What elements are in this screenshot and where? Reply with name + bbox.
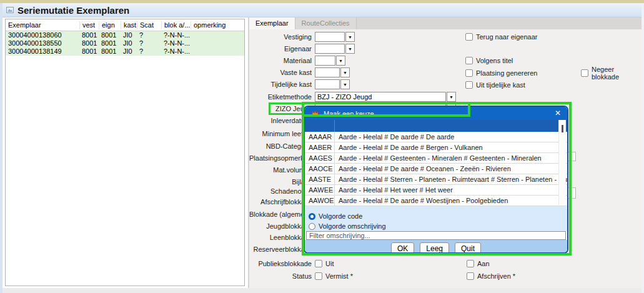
column-header-scat: Scat: [137, 21, 161, 29]
checkbox-uit-tijdelijke-kast[interactable]: Uit tijdelijke kast: [465, 80, 525, 90]
checkbox-negeer-blokkade[interactable]: Negeer blokkade: [581, 68, 642, 78]
dropdown-value: [315, 67, 340, 77]
dialog-list-item[interactable]: AAAARAarde - Heelal # De aarde # De aard…: [305, 132, 567, 142]
leeg-button[interactable]: Leeg: [420, 242, 449, 254]
item-description: Aarde - Heelal # Het weer # Het weer: [335, 185, 567, 195]
table-row[interactable]: 3000400013814980018001JI0??-N-N-...: [6, 47, 244, 56]
column-header-eign: eign: [99, 21, 121, 29]
checkbox-label: Aan: [477, 260, 490, 267]
dropdown-value: [315, 79, 340, 89]
checkbox-icon[interactable]: [467, 272, 474, 280]
dropdown-arrow-icon[interactable]: ▼: [340, 79, 350, 89]
dropdown-etiketmethode[interactable]: BZJ - ZIZO Jeugd▼: [315, 92, 456, 102]
scrollbar-thumb[interactable]: [562, 125, 563, 132]
field-label-vaste-kast: Vaste kast: [249, 67, 312, 77]
checkbox-icon[interactable]: [465, 69, 473, 77]
radio-icon[interactable]: [309, 223, 315, 230]
column-header-blok-a: blok a/...: [161, 21, 191, 29]
table-cell: 30004000138550: [6, 39, 79, 47]
field-label-minimum-leeft: Minimum leeft: [249, 129, 305, 139]
scrollbar[interactable]: [558, 120, 566, 205]
table-cell: 8001: [79, 39, 99, 47]
checkbox-label: Uit tijdelijke kast: [476, 81, 525, 89]
checkbox-terug-naar-eigenaar[interactable]: Terug naar eigenaar: [465, 32, 537, 42]
table-row[interactable]: 3000400013806080018001JI0??-N-N-...: [6, 31, 244, 39]
dialog-list-item[interactable]: AAOCEAarde - Heelal # De aarde # Oceanen…: [305, 164, 567, 174]
checkbox-icon[interactable]: [465, 57, 473, 64]
dropdown-vestiging[interactable]: ▼: [315, 32, 355, 42]
checkbox-label: Terug naar eigenaar: [476, 33, 537, 41]
radio-icon[interactable]: [309, 213, 315, 220]
dropdown-arrow-icon[interactable]: ▼: [336, 56, 345, 66]
table-cell: 8001: [99, 39, 121, 47]
checkbox-plaatsing-genereren[interactable]: Plaatsing genereren: [465, 68, 537, 78]
item-code: AAGES: [305, 153, 335, 163]
field-label-plaatsingsopmerki: Plaatsingsopmerki: [249, 153, 305, 163]
filter-input[interactable]: [306, 231, 566, 240]
table-cell: ?: [137, 39, 161, 47]
window-title: Seriemutatie Exemplaren: [17, 5, 129, 16]
covered-field-sliver: [567, 187, 576, 199]
dialog-list-header: [305, 120, 567, 132]
checkbox-label: Vermist *: [325, 272, 353, 280]
exemplaren-table[interactable]: ExemplaarvesteignkastScatblok a/...opmer…: [5, 19, 245, 286]
ok-button[interactable]: OK: [391, 242, 414, 254]
checkbox-icon[interactable]: [315, 260, 322, 267]
dropdown-value: [315, 44, 345, 54]
table-cell: [191, 47, 244, 56]
checkbox-label: Volgens titel: [476, 57, 513, 64]
dropdown-eigenaar[interactable]: ▼: [315, 44, 355, 54]
checkbox-volgens-titel[interactable]: Volgens titel: [465, 56, 513, 66]
dropdown-arrow-icon[interactable]: ▼: [345, 44, 355, 54]
checkbox-afschrijven[interactable]: Afschrijven *: [467, 271, 515, 281]
dialog-list-item[interactable]: AABERAarde - Heelal # De aarde # Bergen …: [305, 142, 567, 153]
table-cell: 8001: [79, 47, 99, 56]
checkbox-icon[interactable]: [581, 69, 588, 77]
maak-een-keuze-dialog: Maak een keuze ✕ AAAARAarde - Heelal # D…: [304, 106, 568, 254]
dialog-list: AAAARAarde - Heelal # De aarde # De aard…: [305, 132, 567, 206]
dialog-list-item[interactable]: AASTEAarde - Heelal # Sterren - Planeten…: [305, 174, 567, 185]
field-label-vestiging: Vestiging: [249, 32, 312, 42]
covered-field-sliver: [567, 152, 576, 161]
radio-volgorde-code[interactable]: Volgorde code: [309, 211, 567, 221]
field-label-materiaal: Materiaal: [249, 56, 312, 66]
table-row[interactable]: 3000400013855080018001JI0??-N-N-...: [6, 39, 244, 47]
checkbox-icon[interactable]: [465, 81, 473, 89]
dialog-list-item[interactable]: AAWEEAarde - Heelal # Het weer # Het wee…: [305, 185, 567, 196]
radio-label: Volgorde omschrijving: [319, 222, 386, 230]
checkbox-icon[interactable]: [465, 33, 473, 41]
table-cell: ?: [137, 31, 161, 39]
column-header-kast: kast: [121, 21, 137, 29]
checkbox-aan[interactable]: Aan: [467, 259, 490, 269]
table-cell: 30004000138060: [6, 31, 79, 39]
item-code: AAWOE: [305, 196, 335, 206]
checkbox-icon[interactable]: [467, 260, 474, 267]
field-label-etiketmethode: Etiketmethode: [249, 92, 312, 102]
dropdown-vaste-kast[interactable]: ▼: [315, 67, 350, 77]
application-window: Seriemutatie Exemplaren Exemplaarvesteig…: [0, 0, 644, 293]
checkbox-vermist[interactable]: Vermist *: [315, 271, 353, 281]
checkbox-icon[interactable]: [315, 272, 322, 280]
radio-volgorde-omschrijving[interactable]: Volgorde omschrijving: [309, 221, 567, 231]
close-icon[interactable]: ✕: [555, 107, 561, 120]
dialog-list-item[interactable]: AAGESAarde - Heelal # Gesteenten - Miner…: [305, 153, 567, 164]
table-cell: ?: [137, 47, 161, 56]
checkbox-label: Plaatsing genereren: [476, 69, 537, 77]
window-titlebar[interactable]: Seriemutatie Exemplaren: [2, 3, 642, 17]
table-cell: 8001: [79, 31, 99, 39]
dialog-list-item[interactable]: AAWOEAarde - Heelal # De aarde # Woestij…: [305, 196, 567, 206]
item-description: Aarde - Heelal # De aarde # Woestijnen -…: [335, 196, 567, 206]
item-description: Aarde - Heelal # De aarde # Oceanen - Ze…: [335, 164, 567, 174]
dropdown-arrow-icon[interactable]: ▼: [340, 67, 350, 77]
dropdown-materiaal[interactable]: ▼: [315, 56, 345, 66]
dialog-titlebar[interactable]: Maak een keuze ✕: [305, 107, 567, 120]
quit-button[interactable]: Quit: [455, 242, 481, 254]
code-column-header: [305, 120, 335, 132]
dropdown-arrow-icon[interactable]: ▼: [345, 32, 355, 42]
field-label-leenblokka: Leenblokka: [249, 232, 305, 242]
dropdown-tijdelijke-kast[interactable]: ▼: [315, 79, 350, 89]
field-label-nbd-catego: NBD-Catego: [249, 141, 305, 151]
exemplaren-list-panel: ExemplaarvesteignkastScatblok a/...opmer…: [2, 17, 247, 288]
dropdown-arrow-icon[interactable]: ▼: [447, 92, 456, 102]
checkbox-uit[interactable]: Uit: [315, 259, 334, 269]
